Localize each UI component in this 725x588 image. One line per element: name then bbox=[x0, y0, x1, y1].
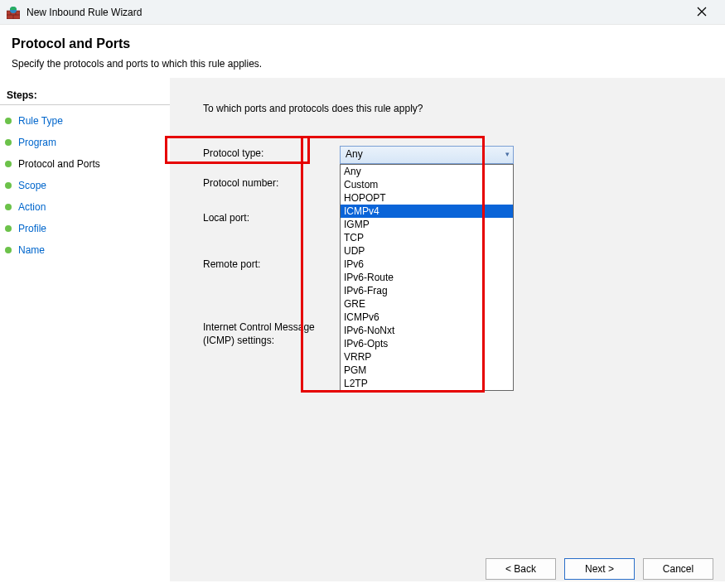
steps-header: Steps: bbox=[0, 86, 170, 105]
page-subtitle: Specify the protocols and ports to which… bbox=[12, 58, 713, 70]
protocol-option-ipv6-route[interactable]: IPv6-Route bbox=[341, 271, 513, 284]
protocol-option-l2tp[interactable]: L2TP bbox=[341, 377, 513, 390]
bullet-icon bbox=[5, 204, 12, 210]
protocol-type-selected: Any bbox=[346, 148, 363, 160]
label-remote-port: Remote port: bbox=[203, 257, 340, 270]
close-button[interactable] bbox=[685, 6, 718, 19]
steps-panel: Steps: Rule TypeProgramProtocol and Port… bbox=[0, 78, 170, 581]
next-button[interactable]: Next > bbox=[564, 558, 635, 580]
protocol-option-udp[interactable]: UDP bbox=[341, 244, 513, 258]
protocol-option-custom[interactable]: Custom bbox=[341, 178, 513, 191]
step-item-program[interactable]: Program bbox=[0, 132, 170, 153]
protocol-option-ipv6-nonxt[interactable]: IPv6-NoNxt bbox=[341, 324, 513, 337]
step-item-scope[interactable]: Scope bbox=[0, 175, 170, 196]
protocol-option-pgm[interactable]: PGM bbox=[341, 364, 513, 377]
bullet-icon bbox=[5, 225, 12, 232]
main-panel: To which ports and protocols does this r… bbox=[170, 78, 725, 581]
protocol-option-ipv6-frag[interactable]: IPv6-Frag bbox=[341, 284, 513, 297]
prompt-text: To which ports and protocols does this r… bbox=[203, 103, 700, 114]
protocol-option-vrrp[interactable]: VRRP bbox=[341, 350, 513, 364]
bullet-icon bbox=[5, 182, 12, 189]
step-item-profile[interactable]: Profile bbox=[0, 218, 170, 239]
step-label: Program bbox=[18, 137, 56, 148]
protocol-option-gre[interactable]: GRE bbox=[341, 297, 513, 311]
label-protocol-number: Protocol number: bbox=[203, 176, 340, 189]
back-button[interactable]: < Back bbox=[486, 558, 556, 580]
label-icmp-settings: Internet Control Message (ICMP) settings… bbox=[203, 320, 340, 347]
wizard-header: Protocol and Ports Specify the protocols… bbox=[0, 25, 725, 78]
close-icon bbox=[697, 7, 707, 17]
protocol-option-icmpv4[interactable]: ICMPv4 bbox=[341, 205, 513, 218]
bullet-icon bbox=[5, 139, 12, 146]
protocol-option-hopopt[interactable]: HOPOPT bbox=[341, 191, 513, 205]
step-item-action[interactable]: Action bbox=[0, 196, 170, 218]
protocol-option-igmp[interactable]: IGMP bbox=[341, 218, 513, 231]
protocol-option-icmpv6[interactable]: ICMPv6 bbox=[341, 311, 513, 324]
protocol-type-dropdown[interactable]: AnyCustomHOPOPTICMPv4IGMPTCPUDPIPv6IPv6-… bbox=[340, 164, 514, 391]
step-label: Scope bbox=[18, 180, 46, 191]
chevron-down-icon: ▾ bbox=[505, 150, 510, 158]
step-label: Protocol and Ports bbox=[18, 158, 100, 170]
page-title: Protocol and Ports bbox=[12, 36, 713, 51]
step-label: Profile bbox=[18, 223, 46, 234]
step-item-rule-type[interactable]: Rule Type bbox=[0, 110, 170, 132]
bullet-icon bbox=[5, 247, 12, 253]
step-label: Rule Type bbox=[18, 115, 63, 127]
step-label: Action bbox=[18, 201, 46, 213]
titlebar: New Inbound Rule Wizard bbox=[0, 0, 725, 25]
bullet-icon bbox=[5, 118, 12, 124]
protocol-option-tcp[interactable]: TCP bbox=[341, 231, 513, 244]
bullet-icon bbox=[5, 161, 12, 167]
label-protocol-type: Protocol type: bbox=[203, 146, 340, 164]
protocol-type-combobox[interactable]: Any ▾ bbox=[340, 146, 514, 164]
protocol-option-any[interactable]: Any bbox=[341, 165, 513, 178]
step-label: Name bbox=[18, 244, 45, 256]
button-bar: < Back Next > Cancel bbox=[486, 558, 713, 580]
window-title: New Inbound Rule Wizard bbox=[27, 7, 685, 18]
protocol-option-ipv6[interactable]: IPv6 bbox=[341, 258, 513, 271]
protocol-option-ipv6-opts[interactable]: IPv6-Opts bbox=[341, 337, 513, 350]
firewall-icon bbox=[7, 6, 20, 19]
step-item-name[interactable]: Name bbox=[0, 239, 170, 261]
cancel-button[interactable]: Cancel bbox=[643, 558, 713, 580]
label-local-port: Local port: bbox=[203, 210, 340, 224]
step-item-protocol-and-ports: Protocol and Ports bbox=[0, 153, 170, 175]
